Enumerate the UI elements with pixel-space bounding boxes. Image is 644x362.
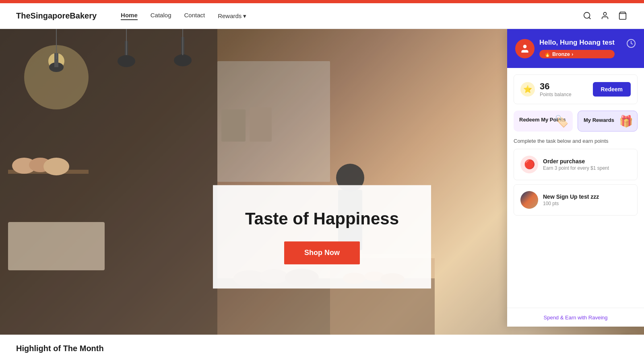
redeem-points-card[interactable]: Redeem My Points 🏷️ [514,111,573,132]
tier-arrow-icon: › [572,51,573,57]
signup-icon [520,191,538,209]
bottom-section: Highlight of The Month [0,335,644,362]
user-tier-badge[interactable]: 🔥 Bronze › [539,50,615,58]
nav-link-contact[interactable]: Contact [184,12,205,20]
svg-line-1 [589,17,590,19]
earn-section: Complete the task below and earn points … [507,138,644,220]
history-icon[interactable] [626,39,636,51]
svg-point-16 [43,158,69,175]
earn-item-signup-info: New Sign Up test zzz 100 pts [543,193,599,206]
account-icon[interactable] [601,11,610,21]
svg-rect-17 [8,222,105,270]
panel-header: Hello, Hung Hoang test 🔥 Bronze › [507,29,644,68]
tag-icon: 🏷️ [555,115,569,128]
nav-links: Home Catalog Contact Rewards ▾ [121,12,583,20]
points-value: 36 [540,81,572,92]
action-cards: Redeem My Points 🏷️ My Rewards 🎁 [514,111,638,132]
svg-point-10 [118,55,135,67]
order-icon: 🔴 [520,156,538,173]
hero-title: Taste of Happiness [245,209,399,228]
cart-icon[interactable] [618,11,628,21]
panel-user: Hello, Hung Hoang test 🔥 Bronze › [515,39,615,58]
nav-icons [583,11,628,21]
highlight-title: Highlight of The Month [16,344,104,353]
earn-item-order-title: Order purchase [543,158,609,165]
redeem-button[interactable]: Redeem [593,82,631,97]
shop-now-button[interactable]: Shop Now [284,241,360,264]
nav-link-catalog[interactable]: Catalog [151,12,171,20]
points-section: ⭐ 36 Points balance Redeem [514,74,638,104]
user-name: Hello, Hung Hoang test [539,39,615,47]
navbar: TheSingaporeBakery Home Catalog Contact … [0,3,644,29]
points-label: Points balance [540,92,572,97]
nav-logo: TheSingaporeBakery [16,11,97,21]
rewards-panel: Hello, Hung Hoang test 🔥 Bronze › ⭐ [507,29,644,327]
nav-link-rewards[interactable]: Rewards ▾ [218,12,246,20]
earn-item-order-desc: Earn 3 point for every $1 spent [543,165,609,171]
fire-icon: 🔥 [544,51,551,57]
nav-link-home[interactable]: Home [121,12,138,20]
panel-footer: Spend & Earn with Raveing [507,308,644,327]
hero-section: Taste of Happiness Shop Now Hello, Hung … [0,29,644,362]
gift-icon: 🎁 [619,115,633,128]
user-avatar [515,39,535,58]
svg-point-35 [523,45,527,48]
raveing-link[interactable]: Spend & Earn with Raveing [544,315,608,321]
top-bar [0,0,644,3]
search-icon[interactable] [583,11,592,21]
hero-content-box: Taste of Happiness Shop Now [213,185,431,288]
earn-item-order-info: Order purchase Earn 3 point for every $1… [543,158,609,171]
svg-point-0 [584,12,590,18]
chevron-down-icon: ▾ [243,12,246,20]
points-icon: ⭐ [520,82,535,97]
svg-point-2 [603,12,606,15]
earn-item-signup: New Sign Up test zzz 100 pts [514,184,638,216]
user-info: Hello, Hung Hoang test 🔥 Bronze › [539,39,615,58]
svg-point-37 [520,191,538,209]
svg-rect-34 [217,61,330,182]
earn-item-order: 🔴 Order purchase Earn 3 point for every … [514,149,638,180]
my-rewards-card[interactable]: My Rewards 🎁 [578,111,638,132]
earn-section-title: Complete the task below and earn points [514,138,638,144]
earn-item-signup-desc: 100 pts [543,201,599,206]
points-info: 36 Points balance [540,81,572,97]
earn-item-signup-title: New Sign Up test zzz [543,193,599,200]
points-left: ⭐ 36 Points balance [520,81,572,97]
svg-point-12 [174,54,192,66]
